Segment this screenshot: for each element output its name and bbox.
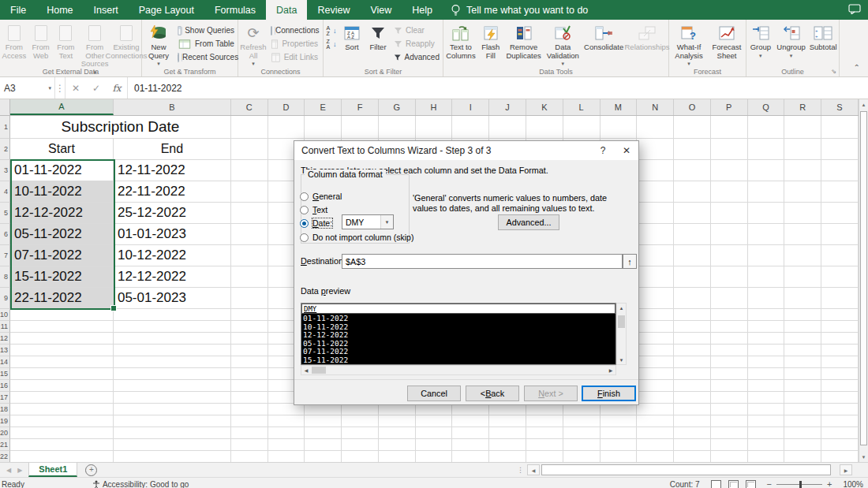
row-header-11[interactable]: 11 bbox=[0, 321, 10, 333]
cell-E21[interactable] bbox=[305, 439, 342, 451]
cell-N15[interactable] bbox=[637, 368, 674, 380]
row-header-21[interactable]: 21 bbox=[0, 439, 10, 451]
cell-A8[interactable]: 15-11-2022 bbox=[10, 266, 114, 288]
cell-P3[interactable] bbox=[711, 160, 748, 181]
cell-N9[interactable] bbox=[637, 288, 674, 309]
cell-N2[interactable] bbox=[637, 139, 674, 160]
preview-horizontal-scrollbar[interactable]: ◀ ▶ bbox=[301, 365, 616, 375]
cell-P21[interactable] bbox=[711, 439, 748, 451]
from-text-button[interactable]: From Text bbox=[54, 21, 79, 60]
cell-S4[interactable] bbox=[821, 181, 859, 203]
cell-D21[interactable] bbox=[268, 439, 305, 451]
menu-tab-insert[interactable]: Insert bbox=[84, 0, 129, 20]
cell-M19[interactable] bbox=[600, 415, 638, 427]
tell-me-box[interactable]: Tell me what you want to do bbox=[443, 0, 596, 20]
what-if-analysis-button[interactable]: ? What-If Analysis▾ bbox=[669, 21, 709, 69]
column-header-N[interactable]: N bbox=[637, 99, 674, 115]
cell-N3[interactable] bbox=[637, 160, 674, 181]
cell-C21[interactable] bbox=[231, 439, 268, 451]
row-header-3[interactable]: 3 bbox=[0, 160, 10, 181]
edit-links-button[interactable]: Edit Links bbox=[268, 50, 320, 64]
cell-C13[interactable] bbox=[231, 345, 268, 356]
finish-button[interactable]: Finish bbox=[582, 386, 636, 401]
remove-duplicates-button[interactable]: Remove Duplicates bbox=[503, 21, 544, 60]
confirm-entry-icon[interactable]: ✓ bbox=[86, 83, 107, 94]
cell-O8[interactable] bbox=[674, 266, 711, 288]
preview-vertical-scrollbar[interactable]: ▲ ▼ bbox=[616, 303, 627, 365]
cell-D18[interactable] bbox=[268, 404, 305, 415]
column-header-S[interactable]: S bbox=[821, 99, 859, 115]
cell-P7[interactable] bbox=[711, 245, 748, 266]
cell-Q9[interactable] bbox=[748, 288, 785, 309]
insert-function-icon[interactable]: fx bbox=[107, 83, 127, 94]
cell-K19[interactable] bbox=[526, 415, 563, 427]
cell-B15[interactable] bbox=[114, 368, 231, 380]
header-cell-start[interactable]: Start bbox=[10, 139, 114, 160]
cell-S3[interactable] bbox=[821, 160, 859, 181]
row-header-19[interactable]: 19 bbox=[0, 415, 10, 427]
cell-Q16[interactable] bbox=[748, 380, 785, 392]
cell-A19[interactable] bbox=[10, 415, 114, 427]
cell-P18[interactable] bbox=[711, 404, 748, 415]
cell-A17[interactable] bbox=[10, 392, 114, 404]
column-header-B[interactable]: B bbox=[114, 99, 231, 115]
cell-R10[interactable] bbox=[784, 309, 821, 321]
cell-A14[interactable] bbox=[10, 356, 114, 368]
cell-Q15[interactable] bbox=[748, 368, 785, 380]
cell-A22[interactable] bbox=[10, 451, 114, 462]
cell-O15[interactable] bbox=[674, 368, 711, 380]
cell-C2[interactable] bbox=[231, 139, 268, 160]
cell-M1[interactable] bbox=[600, 116, 638, 139]
name-box-dropdown-icon[interactable]: ▾ bbox=[48, 85, 51, 91]
cell-B7[interactable]: 10-12-2022 bbox=[114, 245, 231, 266]
cell-Q19[interactable] bbox=[748, 415, 785, 427]
cell-R2[interactable] bbox=[784, 139, 821, 160]
cell-E19[interactable] bbox=[305, 415, 342, 427]
cell-S1[interactable] bbox=[821, 116, 859, 139]
cell-F1[interactable] bbox=[342, 116, 379, 139]
cell-R8[interactable] bbox=[784, 266, 821, 288]
menu-tab-data[interactable]: Data bbox=[266, 0, 307, 20]
cell-R13[interactable] bbox=[784, 345, 821, 356]
zoom-slider[interactable] bbox=[776, 484, 822, 485]
cell-O11[interactable] bbox=[674, 321, 711, 333]
cell-S9[interactable] bbox=[821, 288, 859, 309]
cell-R4[interactable] bbox=[784, 181, 821, 203]
cell-C19[interactable] bbox=[231, 415, 268, 427]
cell-O14[interactable] bbox=[674, 356, 711, 368]
cell-S16[interactable] bbox=[821, 380, 859, 392]
cell-O9[interactable] bbox=[674, 288, 711, 309]
next-button[interactable]: Next > bbox=[524, 386, 578, 401]
dialog-help-button[interactable]: ? bbox=[591, 141, 615, 160]
cell-Q2[interactable] bbox=[748, 139, 785, 160]
cell-P9[interactable] bbox=[711, 288, 748, 309]
cell-L19[interactable] bbox=[563, 415, 600, 427]
cell-Q13[interactable] bbox=[748, 345, 785, 356]
cell-Q4[interactable] bbox=[748, 181, 785, 203]
cell-P16[interactable] bbox=[711, 380, 748, 392]
cell-S2[interactable] bbox=[821, 139, 859, 160]
name-box[interactable]: A3 ▾ bbox=[0, 77, 55, 99]
cell-H1[interactable] bbox=[416, 116, 453, 139]
cell-M21[interactable] bbox=[600, 439, 638, 451]
menu-tab-file[interactable]: File bbox=[0, 0, 36, 20]
cell-K20[interactable] bbox=[526, 427, 563, 439]
data-validation-button[interactable]: Data Validation▾ bbox=[544, 21, 582, 69]
new-query-button[interactable]: New Query▾ bbox=[142, 21, 175, 69]
cell-B11[interactable] bbox=[114, 321, 231, 333]
group-button[interactable]: Group▾ bbox=[746, 21, 775, 60]
cell-R16[interactable] bbox=[784, 380, 821, 392]
column-header-I[interactable]: I bbox=[452, 99, 489, 115]
cell-C12[interactable] bbox=[231, 333, 268, 345]
cell-O6[interactable] bbox=[674, 224, 711, 245]
cancel-entry-icon[interactable]: ✕ bbox=[65, 83, 86, 94]
cell-L18[interactable] bbox=[563, 404, 600, 415]
back-button[interactable]: < Back bbox=[466, 386, 519, 401]
row-header-7[interactable]: 7 bbox=[0, 245, 10, 266]
cell-S18[interactable] bbox=[821, 404, 859, 415]
subtotal-button[interactable]: + + Subtotal bbox=[807, 21, 839, 52]
cell-S10[interactable] bbox=[821, 309, 859, 321]
page-layout-view-button[interactable] bbox=[728, 480, 739, 488]
formula-input[interactable]: 01-11-2022 bbox=[128, 77, 868, 99]
cell-P2[interactable] bbox=[711, 139, 748, 160]
